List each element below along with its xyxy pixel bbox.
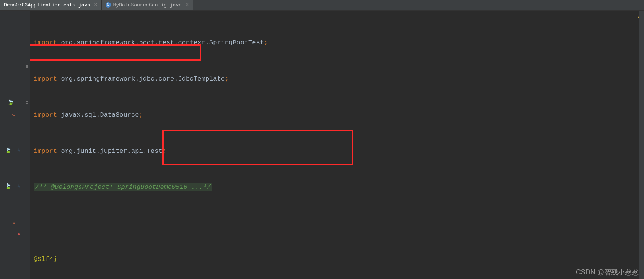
tab-label: Demo0703ApplicationTests.java: [4, 2, 90, 8]
bean-icon[interactable]: ☕: [15, 147, 22, 154]
close-icon[interactable]: ×: [94, 2, 97, 8]
tab-my-datasource-config[interactable]: C MyDataSourceConfig.java ×: [102, 0, 193, 10]
gutter[interactable]: 🍃 ↘ 🍃 ☕ 🍃 ☕ ↘ ● ⊞ ⊟ ⊟ ⊟: [0, 11, 30, 279]
code-line: import javax.sql.DataSource;: [30, 109, 644, 121]
tab-demo-tests[interactable]: Demo0703ApplicationTests.java ×: [0, 0, 102, 10]
watermark: CSDN @智残小憨憨: [576, 268, 639, 277]
editor: 🍃 ↘ 🍃 ☕ 🍃 ☕ ↘ ● ⊞ ⊟ ⊟ ⊟ import org.sprin…: [0, 11, 644, 279]
code-line: import org.springframework.jdbc.core.Jdb…: [30, 73, 644, 85]
code-area[interactable]: import org.springframework.boot.test.con…: [30, 11, 644, 279]
diff-icon[interactable]: ↘: [10, 219, 17, 225]
code-line: import org.junit.jupiter.api.Test;: [30, 145, 644, 157]
scrollbar[interactable]: [639, 11, 644, 279]
tab-label: MyDataSourceConfig.java: [113, 2, 182, 8]
code-line: [30, 217, 644, 230]
diff-icon[interactable]: ↘: [10, 111, 17, 118]
code-line: @Slf4j: [30, 253, 644, 266]
tab-bar: Demo0703ApplicationTests.java × C MyData…: [0, 0, 644, 11]
class-icon: C: [106, 2, 111, 8]
spring-icon[interactable]: 🍃: [7, 99, 14, 105]
breakpoint-icon[interactable]: ●: [15, 231, 22, 238]
fold-icon[interactable]: ⊟: [26, 100, 28, 105]
bean-icon[interactable]: ☕: [15, 183, 22, 190]
fold-icon[interactable]: ⊞: [26, 64, 28, 69]
code-line: import org.springframework.boot.test.con…: [30, 37, 644, 49]
code-line: /** @BelongsProject: SpringBootDemo0516 …: [30, 181, 644, 193]
spring-icon[interactable]: 🍃: [5, 183, 11, 190]
fold-icon[interactable]: ⊟: [26, 219, 28, 223]
spring-icon[interactable]: 🍃: [5, 147, 11, 154]
fold-icon[interactable]: ⊟: [26, 88, 28, 92]
close-icon[interactable]: ×: [185, 2, 189, 8]
